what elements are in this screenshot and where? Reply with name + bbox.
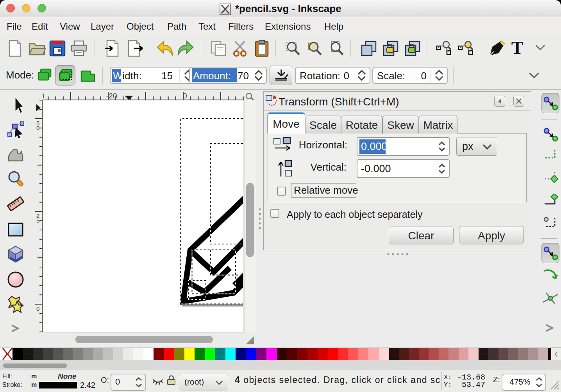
svg-text:T: T [511,39,523,57]
